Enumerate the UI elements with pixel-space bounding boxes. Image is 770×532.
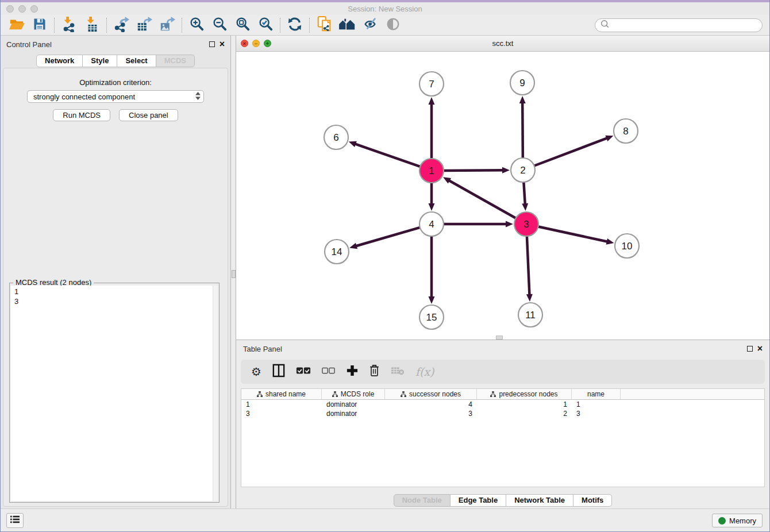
table-cell[interactable]: 1 [572, 400, 621, 409]
column-header-predecessor-nodes[interactable]: predecessor nodes [477, 389, 572, 399]
table-toolbar: ⚙ f(x) [241, 360, 765, 384]
graph-edge-2-9[interactable] [522, 102, 523, 159]
graph-edge-3-10[interactable] [537, 226, 608, 242]
close-panel-button[interactable]: Close panel [119, 109, 178, 121]
result-scrollbar[interactable] [213, 286, 218, 501]
import-table-button[interactable] [80, 16, 103, 34]
column-header-MCDS-role[interactable]: MCDS role [322, 389, 385, 399]
select-all-columns-icon[interactable] [296, 367, 311, 377]
tab-edge-table[interactable]: Edge Table [451, 494, 506, 507]
column-type-icon [490, 391, 496, 397]
save-icon [32, 17, 47, 34]
graph-edge-arrowhead [429, 97, 435, 105]
function-builder-icon: f(x) [415, 365, 434, 378]
table-cell[interactable]: 2 [477, 409, 572, 418]
toolbar-separator [309, 18, 310, 33]
column-header-name[interactable]: name [572, 389, 621, 399]
tab-node-table[interactable]: Node Table [394, 494, 451, 507]
network-canvas[interactable]: 7968124314101511 [236, 52, 769, 340]
show-panels-button[interactable] [6, 513, 24, 528]
tab-select[interactable]: Select [117, 55, 156, 67]
criterion-select[interactable]: strongly connected component [27, 90, 204, 103]
close-table-panel-icon[interactable]: × [757, 346, 763, 352]
delete-column-icon[interactable] [369, 364, 380, 379]
graph-node-label: 1 [429, 165, 434, 176]
new-network-file-icon [316, 16, 332, 35]
canvas-scroll-thumb[interactable] [496, 336, 503, 340]
graph-edge-3-1[interactable] [449, 180, 517, 219]
hide-panel-button[interactable] [382, 16, 405, 34]
search-field[interactable] [595, 18, 763, 32]
panel-divider[interactable] [231, 36, 236, 509]
open-folder-icon [9, 17, 25, 34]
table-cell[interactable]: 4 [385, 400, 477, 409]
float-panel-icon[interactable] [209, 41, 215, 47]
show-style-button[interactable] [359, 16, 382, 34]
graph-edge-1-2[interactable] [442, 170, 503, 171]
graph-edge-3-11[interactable] [527, 235, 530, 295]
export-table-button[interactable] [133, 16, 156, 34]
table-cell[interactable]: 1 [241, 400, 322, 409]
add-column-icon[interactable] [346, 365, 358, 379]
graph-node-label: 8 [623, 126, 628, 137]
graph-edge-arrowhead [605, 136, 613, 141]
divider-grip-icon[interactable] [232, 270, 236, 278]
table-panel-title: Table Panel [243, 345, 747, 353]
search-input[interactable] [610, 20, 762, 31]
table-row[interactable]: 1dominator411 [241, 400, 764, 409]
import-network-icon [61, 16, 77, 34]
table-cell[interactable]: dominator [322, 400, 385, 409]
import-network-button[interactable] [57, 16, 80, 34]
node-table[interactable]: shared nameMCDS rolesuccessor nodesprede… [241, 388, 765, 487]
unselect-all-columns-icon[interactable] [322, 367, 336, 377]
open-session-button[interactable] [5, 16, 28, 34]
mcds-result-list[interactable]: 1 3 [11, 286, 218, 501]
table-options-gear-icon[interactable]: ⚙ [251, 366, 261, 377]
table-panel: Table Panel × ⚙ [236, 340, 769, 509]
tab-motifs[interactable]: Motifs [573, 494, 612, 507]
table-cell[interactable]: 1 [477, 400, 572, 409]
graph-edge-4-14[interactable] [356, 227, 421, 246]
export-image-icon [159, 16, 176, 34]
import-table-icon [84, 16, 100, 34]
network-window-title: scc.txt [236, 39, 769, 48]
mcds-panel: Optimization criterion: strongly connect… [3, 68, 228, 507]
zoom-selected-button[interactable] [254, 16, 277, 34]
application-window: Session: New Session [0, 0, 770, 532]
export-image-button[interactable] [156, 16, 179, 34]
zoom-fit-button[interactable] [231, 16, 254, 34]
column-header-shared-name[interactable]: shared name [241, 389, 322, 399]
table-cell[interactable]: 3 [572, 409, 621, 418]
table-cell[interactable]: 3 [241, 409, 322, 418]
export-network-button[interactable] [110, 16, 133, 34]
column-type-icon [401, 391, 406, 397]
window-title: Session: New Session [1, 5, 769, 13]
network-window-titlebar[interactable]: × − + scc.txt [236, 36, 769, 52]
graph-edge-2-8[interactable] [533, 138, 607, 166]
graph-edge-arrowhead [522, 203, 528, 211]
column-header-successor-nodes[interactable]: successor nodes [385, 389, 477, 399]
run-mcds-button[interactable]: Run MCDS [53, 109, 110, 121]
table-cell[interactable]: 3 [385, 409, 477, 418]
refresh-view-button[interactable] [283, 16, 306, 34]
table-cell[interactable]: dominator [322, 409, 385, 418]
export-network-icon [113, 16, 130, 34]
cyndex-browse-button[interactable] [336, 16, 359, 34]
tab-style[interactable]: Style [83, 55, 117, 67]
tab-network[interactable]: Network [36, 55, 83, 67]
zoom-in-button[interactable] [185, 16, 208, 34]
zoom-out-button[interactable] [208, 16, 231, 34]
tab-network-table[interactable]: Network Table [506, 494, 573, 507]
new-network-from-file-button[interactable] [313, 16, 336, 34]
graph-edge-1-6[interactable] [355, 144, 421, 167]
show-columns-icon[interactable] [272, 364, 285, 380]
graph-edge-2-3[interactable] [523, 181, 525, 205]
graph-node-label: 7 [429, 79, 434, 90]
memory-button[interactable]: Memory [712, 514, 763, 527]
float-table-panel-icon[interactable] [747, 346, 753, 352]
tab-mcds[interactable]: MCDS [156, 55, 195, 67]
save-session-button[interactable] [28, 16, 51, 34]
close-panel-icon[interactable]: × [220, 41, 225, 47]
titlebar: Session: New Session [1, 2, 769, 15]
table-row[interactable]: 3dominator323 [241, 409, 764, 418]
